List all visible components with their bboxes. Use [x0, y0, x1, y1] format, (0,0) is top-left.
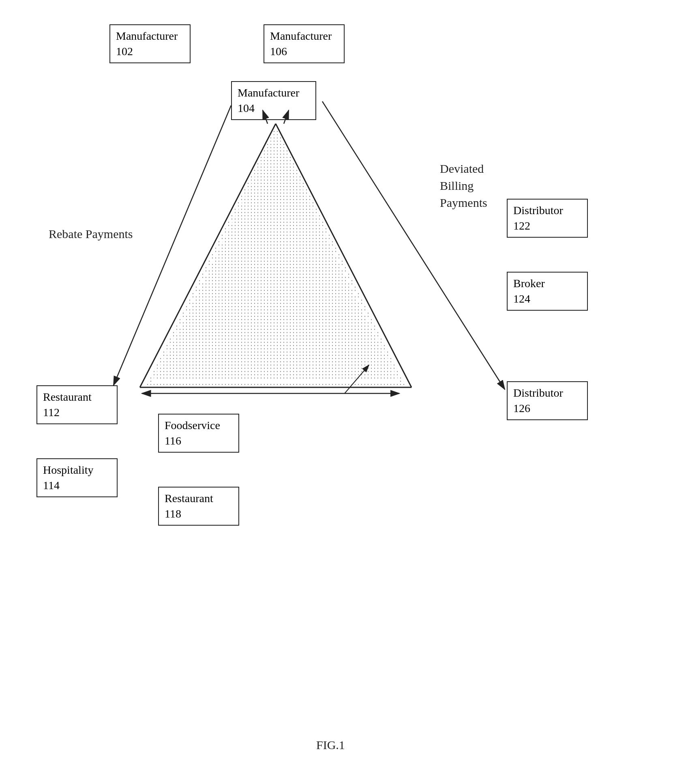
manufacturer-102-box: Manufacturer 102 [109, 24, 191, 63]
distributor-126-box: Distributor 126 [507, 381, 588, 420]
restaurant-118-box: Restaurant 118 [158, 487, 239, 526]
manufacturer-102-label: Manufacturer [116, 30, 178, 42]
distributor-126-label: Distributor [513, 387, 563, 399]
foodservice-116-number: 116 [165, 434, 181, 447]
manufacturer-104-label: Manufacturer [238, 86, 299, 99]
manufacturer-102-number: 102 [116, 45, 133, 58]
ref-100-arrow [345, 365, 369, 393]
foodservice-116-label: Foodservice [165, 419, 220, 432]
manufacturer-106-box: Manufacturer 106 [264, 24, 345, 63]
foodservice-116-box: Foodservice 116 [158, 414, 239, 453]
fig-label: FIG.1 [316, 738, 345, 752]
broker-124-number: 124 [513, 292, 530, 305]
restaurant-112-label: Restaurant [43, 391, 92, 403]
triangle-dotted [154, 134, 397, 380]
triangle-inner-white [152, 132, 399, 382]
restaurant-118-label: Restaurant [165, 492, 213, 505]
restaurant-112-box: Restaurant 112 [36, 385, 118, 424]
restaurant-118-number: 118 [165, 507, 181, 520]
rebate-payments-label: Rebate Payments [49, 227, 133, 241]
restaurant-112-number: 112 [43, 406, 60, 419]
distributor-122-label: Distributor [513, 204, 563, 217]
distributor-122-number: 122 [513, 219, 530, 232]
distributor-126-number: 126 [513, 402, 530, 415]
manufacturer-106-label: Manufacturer [270, 30, 332, 42]
triangle-left-outer [140, 124, 276, 387]
distributor-122-box: Distributor 122 [507, 199, 588, 238]
hospitality-114-label: Hospitality [43, 464, 93, 476]
hospitality-114-number: 114 [43, 479, 60, 492]
triangle-fill [146, 126, 405, 385]
manufacturer-104-number: 104 [238, 102, 255, 114]
manufacturer-106-number: 106 [270, 45, 287, 58]
deviated-billing-arrow [322, 101, 505, 389]
hospitality-114-box: Hospitality 114 [36, 458, 118, 497]
broker-124-box: Broker 124 [507, 272, 588, 311]
manufacturer-104-box: Manufacturer 104 [231, 81, 316, 120]
ref-100-label: 100 [375, 363, 392, 376]
rebate-payments-arrow [114, 105, 231, 385]
broker-124-label: Broker [513, 277, 545, 290]
triangle-right-outer [276, 124, 412, 387]
deviated-billing-payments-label: DeviatedBillingPayments [440, 160, 487, 211]
